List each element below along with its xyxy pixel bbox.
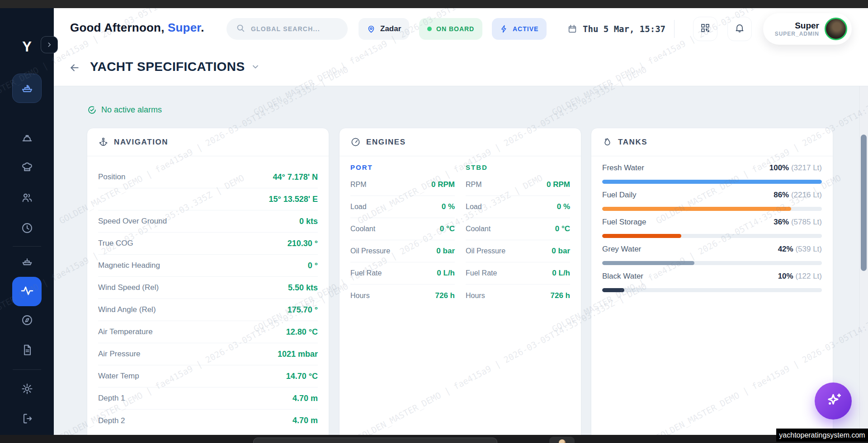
main-content: No active alarms NAVIGATION Position44° … — [54, 86, 859, 443]
sidebar-item-schedule[interactable] — [16, 218, 38, 240]
ai-assistant-button[interactable] — [815, 382, 852, 420]
sparkle-icon — [824, 391, 842, 411]
site-url-label: yachtoperatingsystem.com — [776, 429, 868, 442]
qr-code-button[interactable] — [693, 17, 717, 41]
stbd-row-coolant: Coolant0 °C — [466, 218, 570, 240]
sidebar-item-crew-safety[interactable] — [16, 128, 38, 150]
notifications-button[interactable] — [727, 17, 752, 41]
tank-progress-bar — [602, 234, 822, 238]
back-button[interactable] — [66, 59, 84, 77]
avatar[interactable] — [825, 18, 847, 40]
activity-icon — [20, 284, 34, 300]
chef-hat-icon — [21, 162, 33, 176]
location-chip[interactable]: Zadar — [359, 18, 409, 40]
check-circle-icon — [87, 105, 97, 115]
sidebar-collapse-button[interactable] — [41, 36, 58, 53]
sidebar-item-documents[interactable] — [16, 340, 38, 362]
active-label: ACTIVE — [513, 25, 538, 33]
engines-card-title: ENGINES — [366, 138, 406, 147]
sidebar-divider — [13, 246, 41, 247]
os-taskbar-profile[interactable] — [549, 437, 575, 443]
stbd-row-rpm: RPM0 RPM — [466, 174, 570, 196]
navigation-card: NAVIGATION Position44° 7.178' N 15° 13.5… — [87, 128, 329, 443]
nav-row-air-temperature: Air Temperature12.80 °C — [98, 321, 318, 343]
tanks-card-header: TANKS — [591, 128, 833, 156]
greeting-text: Good Afternoon, Super. — [70, 21, 204, 35]
global-search-input[interactable]: GLOBAL SEARCH... — [226, 18, 348, 40]
logout-icon — [21, 412, 33, 427]
tank-fuel-daily: Fuel Daily86% (2216 Lt) — [602, 191, 822, 211]
os-bottom-strip — [0, 435, 868, 443]
bell-icon — [734, 23, 745, 35]
tank-fuel-storage: Fuel Storage36% (5785 Lt) — [602, 218, 822, 238]
chevron-down-icon[interactable] — [251, 62, 260, 71]
hard-hat-icon — [21, 132, 33, 146]
active-status-badge[interactable]: ACTIVE — [492, 18, 547, 40]
onboard-label: ON BOARD — [436, 25, 474, 33]
scrollbar-thumb[interactable] — [861, 135, 867, 271]
sidebar-item-galley[interactable] — [16, 158, 38, 180]
port-column-title: PORT — [350, 163, 455, 171]
tank-progress-bar — [602, 261, 822, 265]
stbd-row-oil-pressure: Oil Pressure0 bar — [466, 240, 570, 262]
user-menu[interactable]: Super SUPER_ADMIN — [763, 13, 852, 45]
anchor-icon — [98, 137, 108, 147]
os-taskbar-search[interactable] — [253, 438, 497, 443]
tank-progress-bar — [602, 288, 822, 292]
document-icon — [21, 344, 33, 358]
nav-row-depth-1: Depth 14.70 m — [98, 387, 318, 410]
stbd-row-hours: Hours726 h — [466, 284, 570, 307]
user-role: SUPER_ADMIN — [775, 31, 819, 37]
tanks-card-title: TANKS — [618, 138, 647, 147]
calendar-icon — [567, 24, 577, 34]
engines-card: ENGINES PORT RPM0 RPM Load0 % Coolant0 °… — [339, 128, 581, 443]
sidebar-item-yacht[interactable] — [12, 74, 42, 103]
ship-outline-icon — [21, 255, 33, 269]
engines-card-header: ENGINES — [340, 128, 581, 156]
engine-column-port: PORT RPM0 RPM Load0 % Coolant0 °C Oil Pr… — [350, 163, 455, 307]
tank-progress-bar — [602, 207, 822, 211]
onboard-dot-icon — [427, 27, 432, 31]
navigation-card-header: NAVIGATION — [87, 128, 329, 156]
nav-row-depth-2: Depth 24.70 m — [98, 410, 318, 432]
tank-grey-water: Grey Water42% (539 Lt) — [602, 245, 822, 265]
nav-row-true-cog: True COG210.30 ° — [98, 233, 318, 255]
tank-fresh-water: Fresh Water100% (3217 Lt) — [602, 163, 822, 184]
sidebar-item-monitoring[interactable] — [12, 277, 42, 306]
header-divider — [674, 20, 675, 38]
alarm-status: No active alarms — [87, 105, 162, 115]
datetime-label: Thu 5 Mar, 15:37 — [583, 24, 665, 34]
nav-row-position-2: 15° 13.528' E — [98, 188, 318, 210]
sidebar-divider — [13, 369, 41, 370]
stbd-column-title: STBD — [466, 163, 570, 171]
sidebar-item-settings[interactable] — [16, 379, 38, 401]
port-row-oil-pressure: Oil Pressure0 bar — [350, 240, 455, 262]
stbd-row-load: Load0 % — [466, 196, 570, 218]
port-row-hours: Hours726 h — [350, 284, 455, 307]
sidebar-item-crew[interactable] — [16, 188, 38, 210]
os-profile-avatar-icon — [559, 439, 566, 443]
qr-code-icon — [700, 23, 711, 35]
datetime-display: Thu 5 Mar, 15:37 — [567, 18, 665, 40]
scrollbar-track[interactable] — [859, 86, 868, 435]
location-label: Zadar — [380, 24, 401, 33]
port-row-coolant: Coolant0 °C — [350, 218, 455, 240]
location-pin-icon — [367, 24, 376, 33]
engines-columns: PORT RPM0 RPM Load0 % Coolant0 °C Oil Pr… — [340, 156, 581, 307]
tank-progress-bar — [602, 180, 822, 184]
sidebar-item-navigation[interactable] — [16, 310, 38, 332]
clock-icon — [21, 222, 33, 236]
navigation-rows: Position44° 7.178' N 15° 13.528' E Speed… — [87, 156, 329, 432]
sidebar-item-logout[interactable] — [16, 409, 38, 430]
onboard-status-badge[interactable]: ON BOARD — [419, 18, 482, 40]
nav-row-air-pressure: Air Pressure1021 mbar — [98, 343, 318, 365]
search-placeholder: GLOBAL SEARCH... — [251, 25, 320, 33]
nav-row-water-temp: Water Temp14.70 °C — [98, 365, 318, 387]
user-names: Super SUPER_ADMIN — [775, 21, 819, 37]
port-row-fuel-rate: Fuel Rate0 L/h — [350, 262, 455, 284]
gear-icon — [21, 382, 33, 397]
droplet-icon — [602, 137, 613, 147]
engine-column-stbd: STBD RPM0 RPM Load0 % Coolant0 °C Oil Pr… — [466, 163, 570, 307]
sidebar-item-vessel[interactable] — [16, 251, 38, 273]
nav-row-sog: Speed Over Ground0 kts — [98, 210, 318, 233]
